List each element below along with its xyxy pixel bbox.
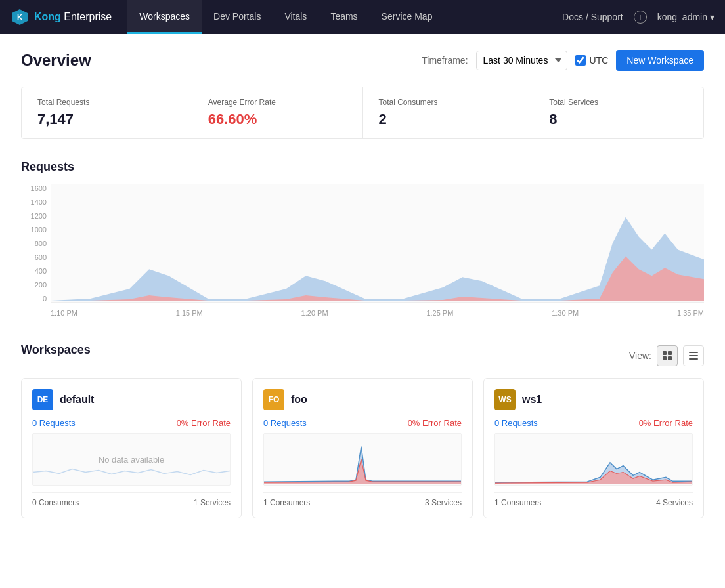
chart-area-svg xyxy=(51,184,704,303)
nav-item-vitals[interactable]: Vitals xyxy=(273,0,319,34)
stat-avg-error-rate: Average Error Rate 66.60% xyxy=(192,87,363,138)
avg-error-rate-label: Average Error Rate xyxy=(208,98,347,107)
nav-item-service-map[interactable]: Service Map xyxy=(370,0,445,34)
card-stats-foo: 0 Requests 0% Error Rate xyxy=(263,418,462,428)
avg-error-rate-value: 66.60% xyxy=(208,111,347,128)
ws1-consumers: 1 Consumers xyxy=(494,498,541,507)
new-workspace-button[interactable]: New Workspace xyxy=(616,50,704,71)
stat-total-requests: Total Requests 7,147 xyxy=(22,87,192,138)
brand-logo[interactable]: K Kong Enterprise xyxy=(11,8,112,26)
foo-consumers: 1 Consumers xyxy=(263,498,310,507)
nav-right: Docs / Support i kong_admin ▾ xyxy=(562,10,714,24)
svg-text:K: K xyxy=(17,13,22,21)
list-view-button[interactable] xyxy=(683,345,704,366)
nav-item-dev-portals[interactable]: Dev Portals xyxy=(202,0,273,34)
requests-section: Requests 1600 1400 1200 1000 800 600 400… xyxy=(21,160,704,322)
workspace-badge-ws1: WS xyxy=(494,389,516,410)
workspace-name-default: default xyxy=(60,394,94,406)
list-icon xyxy=(688,350,699,361)
view-label: View: xyxy=(629,350,651,361)
card-footer-foo: 1 Consumers 3 Services xyxy=(263,492,462,507)
total-services-value: 8 xyxy=(549,111,688,128)
navbar: K Kong Enterprise Workspaces Dev Portals… xyxy=(0,0,725,34)
workspace-card-foo[interactable]: FO foo 0 Requests 0% Error Rate xyxy=(252,378,473,518)
total-consumers-value: 2 xyxy=(379,111,517,128)
card-footer-ws1: 1 Consumers 4 Services xyxy=(494,492,693,507)
workspaces-section: Workspaces View: xyxy=(21,343,704,518)
svg-rect-9 xyxy=(689,355,698,356)
view-toggle: View: xyxy=(629,345,704,366)
svg-rect-8 xyxy=(689,352,698,353)
utc-checkbox[interactable] xyxy=(575,55,586,66)
default-consumers: 0 Consumers xyxy=(32,498,79,507)
default-requests: 0 Requests xyxy=(32,418,76,428)
foo-requests: 0 Requests xyxy=(263,418,307,428)
ws1-mini-chart xyxy=(494,433,693,486)
card-stats-ws1: 0 Requests 0% Error Rate xyxy=(494,418,693,428)
workspaces-title: Workspaces xyxy=(21,343,91,357)
chart-y-labels: 1600 1400 1200 1000 800 600 400 200 0 xyxy=(21,184,51,303)
nav-item-teams[interactable]: Teams xyxy=(319,0,369,34)
main-content: Overview Timeframe: Last 30 Minutes Last… xyxy=(0,34,725,588)
card-footer-default: 0 Consumers 1 Services xyxy=(32,492,231,507)
grid-view-button[interactable] xyxy=(657,345,678,366)
brand-kong-text: Kong xyxy=(34,11,61,22)
default-services: 1 Services xyxy=(194,498,231,507)
stats-row: Total Requests 7,147 Average Error Rate … xyxy=(21,87,704,139)
stat-total-services: Total Services 8 xyxy=(533,87,703,138)
workspace-name-ws1: ws1 xyxy=(522,394,542,406)
foo-services: 3 Services xyxy=(425,498,462,507)
requests-chart: 1600 1400 1200 1000 800 600 400 200 0 xyxy=(21,184,704,322)
page-title: Overview xyxy=(21,51,91,70)
user-dropdown-icon: ▾ xyxy=(710,12,714,22)
default-error-rate: 0% Error Rate xyxy=(177,418,231,428)
kong-icon: K xyxy=(11,8,29,26)
svg-rect-6 xyxy=(663,356,667,360)
card-header-ws1: WS ws1 xyxy=(494,389,693,410)
info-icon[interactable]: i xyxy=(634,10,647,24)
ws1-services: 4 Services xyxy=(656,498,693,507)
workspace-card-ws1[interactable]: WS ws1 0 Requests 0% Error Rate xyxy=(483,378,704,518)
total-requests-label: Total Requests xyxy=(37,98,176,107)
utc-toggle[interactable]: UTC xyxy=(575,55,609,66)
brand-enterprise-text: Enterprise xyxy=(64,11,112,22)
grid-icon xyxy=(662,350,672,361)
svg-rect-7 xyxy=(668,356,672,360)
docs-support-link[interactable]: Docs / Support xyxy=(562,12,623,22)
svg-rect-10 xyxy=(689,358,698,360)
header-controls: Timeframe: Last 30 Minutes Last 1 Hour L… xyxy=(422,50,704,71)
page-header: Overview Timeframe: Last 30 Minutes Last… xyxy=(21,50,704,71)
svg-rect-5 xyxy=(668,351,672,355)
workspace-name-foo: foo xyxy=(291,394,307,406)
workspace-badge-default: DE xyxy=(32,389,53,410)
workspaces-header: Workspaces View: xyxy=(21,343,704,368)
user-menu[interactable]: kong_admin ▾ xyxy=(657,12,714,22)
stat-total-consumers: Total Consumers 2 xyxy=(363,87,534,138)
chart-x-labels: 1:10 PM 1:15 PM 1:20 PM 1:25 PM 1:30 PM … xyxy=(51,304,704,322)
ws1-requests: 0 Requests xyxy=(494,418,538,428)
total-consumers-label: Total Consumers xyxy=(379,98,517,107)
ws1-error-rate: 0% Error Rate xyxy=(639,418,693,428)
nav-menu: Workspaces Dev Portals Vitals Teams Serv… xyxy=(127,0,444,34)
foo-error-rate: 0% Error Rate xyxy=(408,418,462,428)
total-requests-value: 7,147 xyxy=(37,111,176,128)
timeframe-select[interactable]: Last 30 Minutes Last 1 Hour Last 3 Hours… xyxy=(476,51,567,70)
workspace-badge-foo: FO xyxy=(263,389,284,410)
workspace-card-default[interactable]: DE default 0 Requests 0% Error Rate No d… xyxy=(21,378,242,518)
requests-chart-title: Requests xyxy=(21,160,704,174)
timeframe-label: Timeframe: xyxy=(422,55,468,66)
default-mini-chart: No data available xyxy=(32,433,231,486)
total-services-label: Total Services xyxy=(549,98,688,107)
workspace-cards: DE default 0 Requests 0% Error Rate No d… xyxy=(21,378,704,518)
foo-mini-chart xyxy=(263,433,462,486)
card-header-foo: FO foo xyxy=(263,389,462,410)
username-label: kong_admin xyxy=(657,12,707,22)
utc-label-text: UTC xyxy=(590,55,609,66)
nav-item-workspaces[interactable]: Workspaces xyxy=(127,0,202,34)
svg-rect-4 xyxy=(663,351,667,355)
card-stats-default: 0 Requests 0% Error Rate xyxy=(32,418,231,428)
card-header-default: DE default xyxy=(32,389,231,410)
